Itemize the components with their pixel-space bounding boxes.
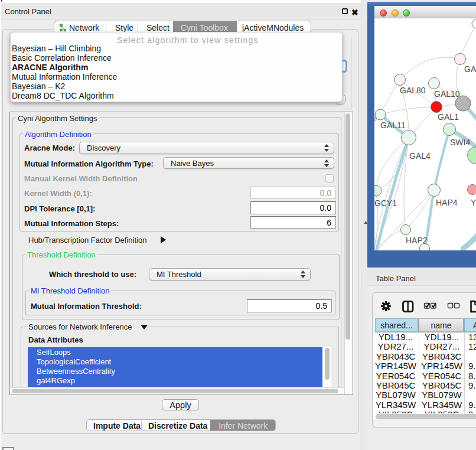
svg-text:GAL10: GAL10 bbox=[434, 89, 460, 99]
svg-text:GAL4: GAL4 bbox=[409, 151, 431, 161]
svg-text:HAP2: HAP2 bbox=[406, 236, 428, 245]
svg-text:GAL11: GAL11 bbox=[380, 120, 406, 130]
svg-text:GAL: GAL bbox=[464, 64, 476, 74]
svg-text:GAL1: GAL1 bbox=[438, 112, 459, 122]
svg-text:HAP4: HAP4 bbox=[436, 198, 458, 207]
svg-text:GCY1: GCY1 bbox=[374, 198, 397, 208]
svg-text:SWI4: SWI4 bbox=[450, 138, 470, 147]
svg-text:GAL80: GAL80 bbox=[400, 86, 426, 95]
svg-text:Y: Y bbox=[471, 198, 476, 207]
